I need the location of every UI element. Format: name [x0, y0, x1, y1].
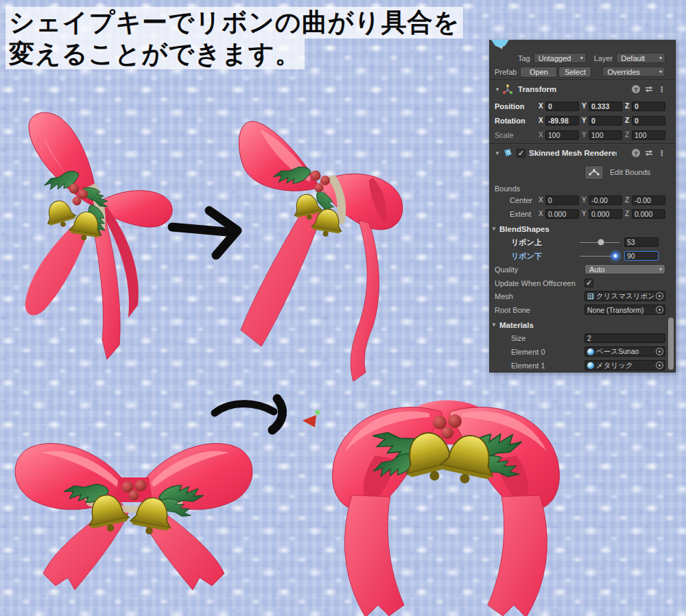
prefab-open-button[interactable]: Open — [520, 67, 557, 78]
slider-thumb[interactable] — [598, 239, 604, 246]
tag-dropdown[interactable]: Untagged ▾ — [534, 53, 587, 63]
chevron-down-icon: ▾ — [659, 266, 662, 272]
blendshape-value-field[interactable]: 53 — [624, 237, 659, 247]
element1-value: メタリック — [596, 361, 654, 370]
edit-bounds-button[interactable] — [584, 165, 604, 180]
prefab-label: Prefab — [495, 68, 517, 76]
help-icon[interactable]: ? — [632, 85, 640, 93]
ribbon-model-bottom-left — [3, 424, 268, 609]
transform-header[interactable]: ▼ Transform ? ⋮ — [489, 82, 665, 97]
smr-header[interactable]: ▼ ✓ Skinned Mesh Renderer ? ⋮ — [489, 145, 665, 161]
axis-y-label: Y — [582, 131, 589, 139]
position-z-field[interactable]: 0 — [632, 102, 665, 111]
position-x-field[interactable]: 0 — [545, 102, 579, 111]
slider-thumb[interactable] — [612, 252, 619, 260]
center-z-field[interactable]: -0.00 — [632, 196, 665, 205]
size-field[interactable]: 2 — [584, 333, 665, 343]
quality-dropdown[interactable]: Auto ▾ — [584, 264, 665, 274]
axis-z-label: Z — [625, 117, 632, 124]
position-label: Position — [495, 102, 539, 110]
chevron-down-icon: ▾ — [580, 55, 583, 61]
layer-dropdown[interactable]: Default ▾ — [616, 53, 665, 63]
foldout-icon[interactable]: ▼ — [495, 86, 503, 93]
quality-value: Auto — [589, 265, 605, 274]
materials-label: Materials — [499, 321, 534, 329]
presets-icon[interactable] — [645, 86, 653, 93]
element1-object-field[interactable]: メタリック — [584, 360, 665, 370]
center-y-field[interactable]: -0.00 — [589, 196, 622, 205]
blendshape-row-ribbon-lower: リボン下 90 — [489, 250, 665, 262]
smr-enabled-checkbox[interactable]: ✓ — [517, 149, 525, 158]
center-x-field[interactable]: 0 — [545, 196, 579, 205]
presets-icon[interactable] — [645, 150, 653, 156]
divider — [489, 80, 675, 80]
root-bone-object-field[interactable]: None (Transform) — [584, 305, 665, 315]
blendshapes-label: BlendShapes — [499, 225, 549, 233]
prefab-overrides-label: Overrides — [607, 68, 640, 76]
material-icon — [587, 348, 594, 355]
foldout-icon[interactable]: ▼ — [495, 150, 503, 156]
update-offscreen-checkbox[interactable]: ✓ — [584, 279, 593, 287]
bounds-center-row: Center X 0 Y -0.00 Z -0.00 — [489, 194, 665, 206]
blendshape-name: リボン下 — [495, 251, 580, 261]
blendshapes-header[interactable]: ▼ BlendShapes — [489, 223, 665, 235]
extent-x-field[interactable]: 0.000 — [545, 209, 579, 219]
mesh-icon — [587, 293, 594, 300]
bounds-label: Bounds — [495, 185, 520, 193]
extent-z-field[interactable]: 0.000 — [632, 209, 665, 219]
help-icon[interactable]: ? — [632, 149, 640, 157]
axis-y-label: Y — [582, 196, 589, 204]
object-picker-icon[interactable] — [656, 306, 663, 313]
caption-line2: 変えることができます。 — [5, 38, 305, 70]
prefab-select-button[interactable]: Select — [558, 67, 591, 78]
element0-label: Element 0 — [495, 348, 584, 356]
tag-label: Tag — [518, 54, 530, 62]
skinned-mesh-renderer-icon — [503, 148, 513, 158]
update-offscreen-label: Update When Offscreen — [495, 279, 584, 287]
axis-x-label: X — [539, 196, 545, 204]
mesh-object-field[interactable]: クリスマスリボン — [584, 291, 665, 301]
root-bone-value: None (Transform) — [587, 306, 654, 314]
size-label: Size — [495, 334, 584, 342]
blendshape-slider[interactable] — [580, 237, 619, 247]
tag-layer-row: Tag Untagged ▾ Layer Default ▾ — [489, 52, 665, 64]
rotation-x-field[interactable]: -89.98 — [545, 116, 579, 126]
scale-z-field[interactable]: 100 — [632, 130, 665, 140]
foldout-icon[interactable]: ▼ — [491, 322, 499, 328]
rotation-label: Rotation — [495, 117, 539, 125]
materials-header[interactable]: ▼ Materials — [489, 319, 665, 331]
blendshape-slider[interactable] — [580, 251, 619, 261]
object-picker-icon[interactable] — [656, 292, 663, 300]
more-menu-icon[interactable]: ⋮ — [658, 149, 665, 158]
center-label: Center — [495, 196, 539, 204]
rotation-z-field[interactable]: 0 — [632, 116, 665, 126]
more-menu-icon[interactable]: ⋮ — [658, 85, 665, 94]
extent-y-field[interactable]: 0.000 — [589, 209, 622, 219]
edit-bounds-label: Edit Bounds — [610, 168, 650, 176]
caption: シェイプキーでリボンの曲がり具合を 変えることができます。 — [5, 7, 463, 69]
mesh-value: クリスマスリボン — [596, 292, 654, 301]
inspector-scrollbar[interactable] — [668, 318, 674, 370]
element0-object-field[interactable]: ベースSunao — [584, 346, 665, 357]
material-icon — [587, 362, 594, 369]
prefab-open-label: Open — [530, 68, 548, 76]
blendshape-row-ribbon-upper: リボン上 53 — [489, 236, 665, 248]
screenshot-canvas: シェイプキーでリボンの曲がり具合を 変えることができます。 — [0, 0, 686, 616]
rotation-y-field[interactable]: 0 — [589, 116, 622, 126]
position-y-field[interactable]: 0.333 — [589, 102, 622, 111]
tag-value: Untagged — [539, 54, 571, 62]
prefab-select-label: Select — [565, 68, 586, 76]
prefab-overrides-dropdown[interactable]: Overrides ▾ — [602, 67, 665, 77]
header-caret-icon[interactable]: ▾ — [500, 45, 503, 51]
scale-y-field[interactable]: 100 — [589, 130, 622, 140]
quality-label: Quality — [495, 265, 584, 274]
unity-inspector-panel: ▾ Tag Untagged ▾ Layer Default ▾ Prefab … — [489, 40, 676, 372]
layer-label: Layer — [594, 54, 613, 62]
object-picker-icon[interactable] — [656, 348, 663, 355]
object-picker-icon[interactable] — [656, 362, 663, 369]
transform-title: Transform — [518, 85, 556, 93]
scale-x-field[interactable]: 100 — [545, 130, 579, 140]
blendshape-value-field[interactable]: 90 — [624, 251, 659, 261]
caption-line1: シェイプキーでリボンの曲がり具合を — [5, 7, 463, 38]
foldout-icon[interactable]: ▼ — [491, 226, 499, 232]
